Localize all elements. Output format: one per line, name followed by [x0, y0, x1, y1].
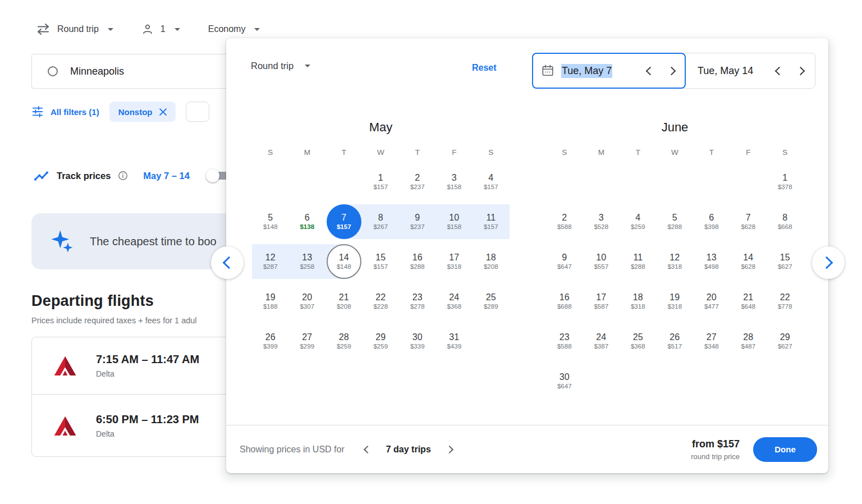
info-icon[interactable] [118, 171, 128, 181]
calendar-day-cell[interactable]: 6$398 [693, 204, 730, 239]
calendar-day-cell[interactable]: 28$487 [730, 324, 767, 359]
all-filters-button[interactable]: All filters (1) [31, 106, 99, 118]
chevron-down-icon [305, 65, 310, 67]
month-may: MaySMTWTFS1$1572$2373$1584$1575$1486$138… [252, 120, 510, 404]
calendar-day-cell[interactable]: 15$157 [363, 244, 400, 279]
calendar-day-cell[interactable]: 8$668 [767, 204, 804, 239]
calendar-day-cell[interactable]: 12$287 [252, 244, 289, 279]
next-months-button[interactable] [812, 246, 845, 279]
calendar-day-cell[interactable]: 24$368 [436, 284, 473, 319]
calendar-day-cell[interactable]: 22$778 [767, 284, 804, 319]
calendar-day-cell[interactable]: 26$517 [657, 324, 694, 359]
day-number: 24 [596, 332, 606, 342]
next-day-chevron-icon[interactable] [667, 66, 676, 75]
passengers-dropdown[interactable]: 1 [141, 23, 180, 35]
next-day-chevron-icon[interactable] [796, 66, 805, 75]
calendar-day-cell[interactable]: 14$148 [325, 244, 363, 279]
longer-trip-chevron-icon[interactable] [446, 445, 453, 453]
calendar-day-cell[interactable]: 23$588 [546, 324, 583, 359]
previous-day-chevron-icon[interactable] [646, 66, 655, 75]
day-number: 28 [743, 332, 753, 342]
day-number: 21 [339, 292, 349, 302]
calendar-day-cell[interactable]: 13$258 [289, 244, 326, 279]
calendar-day-cell[interactable]: 28$259 [325, 324, 363, 359]
previous-day-chevron-icon[interactable] [775, 66, 784, 75]
calendar-day-cell[interactable]: 15$627 [767, 244, 804, 279]
calendar-day-cell[interactable]: 25$289 [473, 284, 510, 319]
trip-type-dropdown[interactable]: Round trip [36, 22, 113, 36]
day-price: $158 [447, 223, 461, 231]
shorter-trip-chevron-icon[interactable] [364, 445, 372, 453]
calendar-day-cell[interactable]: 10$557 [583, 244, 620, 279]
calendar-day-cell[interactable]: 12$318 [657, 244, 694, 279]
calendar-day-cell[interactable]: 16$288 [399, 244, 436, 279]
calendar-day-cell[interactable]: 25$368 [620, 324, 657, 359]
calendar-day-cell[interactable]: 30$647 [546, 364, 583, 398]
calendar-day-cell[interactable]: 2$237 [399, 164, 436, 199]
calendar-day-cell[interactable]: 23$278 [399, 284, 436, 319]
day-number: 12 [265, 253, 276, 262]
calendar-day-cell[interactable]: 17$587 [583, 284, 620, 319]
calendar-day-cell[interactable]: 22$228 [363, 284, 400, 319]
day-number: 3 [599, 213, 604, 222]
calendar-day-cell[interactable]: 21$208 [325, 284, 363, 319]
day-of-week-label: S [473, 148, 510, 157]
day-price: $208 [337, 303, 351, 310]
calendar-day-cell[interactable]: 19$318 [657, 284, 694, 319]
calendar-day-cell[interactable]: 11$288 [620, 244, 657, 279]
calendar-day-cell[interactable]: 3$158 [436, 164, 473, 199]
calendar-day-cell[interactable]: 11$157 [473, 204, 510, 239]
close-icon[interactable] [159, 108, 167, 116]
reset-button[interactable]: Reset [472, 63, 497, 73]
track-prices-date-range[interactable]: May 7 – 14 [143, 171, 190, 181]
month-june: JuneSMTWTFS1$3782$5883$5284$2595$2886$39… [546, 120, 804, 404]
calendar-day-cell[interactable]: 1$378 [767, 164, 804, 199]
calendar-day-cell[interactable]: 19$188 [252, 284, 289, 319]
calendar-day-cell[interactable]: 7$157 [325, 204, 363, 239]
calendar-day-cell[interactable]: 1$157 [363, 164, 400, 199]
calendar-day-cell[interactable]: 16$688 [546, 284, 583, 319]
from-price: from $157 [691, 438, 740, 450]
calendar-day-cell[interactable]: 4$157 [473, 164, 510, 199]
previous-months-button[interactable] [211, 246, 244, 279]
chevron-right-icon [820, 256, 833, 269]
day-price: $688 [557, 303, 572, 310]
calendar-day-cell[interactable]: 17$318 [436, 244, 473, 279]
datepicker-trip-type-dropdown[interactable]: Round trip [251, 61, 310, 71]
calendar-day-cell[interactable]: 3$528 [583, 204, 620, 239]
calendar-day-cell[interactable]: 10$158 [436, 204, 473, 239]
cabin-class-dropdown[interactable]: Economy [208, 24, 260, 34]
calendar-day-cell[interactable]: 9$237 [399, 204, 436, 239]
calendar-day-cell[interactable]: 4$259 [620, 204, 657, 239]
calendar-day-cell[interactable]: 24$387 [583, 324, 620, 359]
day-number: 6 [709, 213, 714, 222]
day-number: 10 [449, 213, 459, 222]
calendar-day-cell[interactable]: 21$648 [730, 284, 767, 319]
calendar-day-cell[interactable]: 20$477 [693, 284, 730, 319]
calendar-day-cell[interactable]: 5$148 [252, 204, 289, 239]
calendar-day-cell[interactable]: 9$647 [546, 244, 583, 279]
calendar-day-cell[interactable]: 29$259 [363, 324, 400, 359]
calendar-day-cell[interactable]: 27$348 [693, 324, 730, 359]
calendar-day-cell[interactable]: 8$267 [363, 204, 400, 239]
calendar-day-cell[interactable]: 18$208 [473, 244, 510, 279]
filter-chip-partial[interactable] [186, 102, 209, 122]
calendar-day-cell[interactable]: 5$288 [657, 204, 694, 239]
calendar-day-cell[interactable]: 26$399 [252, 324, 289, 359]
done-button[interactable]: Done [753, 437, 817, 462]
calendar-day-cell[interactable]: 6$138 [289, 204, 326, 239]
return-date-input[interactable]: Tue, May 14 [685, 53, 815, 88]
calendar-day-cell[interactable]: 7$628 [730, 204, 767, 239]
calendar-day-cell[interactable]: 30$339 [399, 324, 436, 359]
calendar-day-cell[interactable]: 2$588 [546, 204, 583, 239]
calendar-day-cell[interactable]: 18$318 [620, 284, 657, 319]
filter-chip-nonstop[interactable]: Nonstop [109, 102, 176, 122]
calendar-day-cell[interactable]: 31$439 [436, 324, 473, 359]
calendar-day-cell[interactable]: 13$498 [693, 244, 730, 279]
day-price: $487 [741, 343, 755, 350]
calendar-day-cell[interactable]: 20$307 [289, 284, 326, 319]
calendar-day-cell[interactable]: 27$299 [289, 324, 326, 359]
calendar-day-cell[interactable]: 29$627 [767, 324, 804, 359]
departure-date-input[interactable]: Tue, May 7 [532, 53, 686, 89]
calendar-day-cell[interactable]: 14$628 [730, 244, 767, 279]
